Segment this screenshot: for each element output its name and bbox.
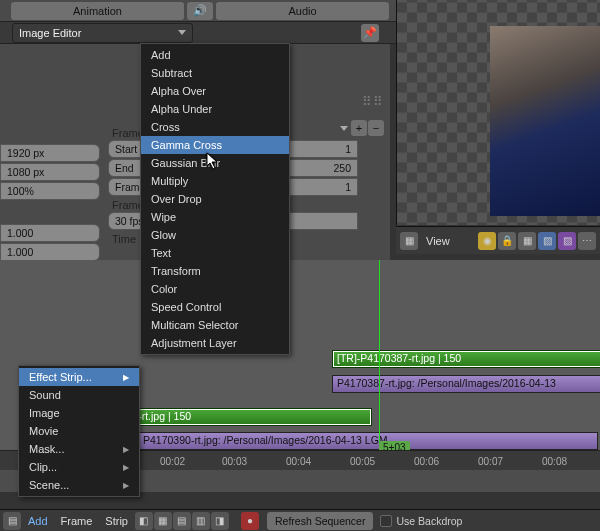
lock-icon[interactable]: 🔒 [498,232,516,250]
menu-item-effect-strip[interactable]: Effect Strip...▶ [19,368,139,386]
playhead[interactable] [379,260,380,448]
editor-type-selector[interactable]: Image Editor [12,23,193,43]
effect-color[interactable]: Color [141,280,289,298]
record-icon[interactable]: ● [241,512,259,530]
ruler-tick: 00:04 [286,456,311,467]
menu-item-sound[interactable]: Sound [19,386,139,404]
aspect-x-field[interactable]: 1.000 [0,224,100,242]
menu-frame[interactable]: Frame [55,515,99,527]
strip-image-2[interactable]: P4170390-rt.jpg: /Personal/Images/2016-0… [138,432,598,450]
effect-add[interactable]: Add [141,46,289,64]
view-menu[interactable]: View [420,235,456,247]
mode-icon-3[interactable]: ▤ [173,512,191,530]
effect-alpha-over[interactable]: Alpha Over [141,82,289,100]
effect-multiply[interactable]: Multiply [141,172,289,190]
effect-strip-menu: Add Subtract Alpha Over Alpha Under Cros… [140,43,290,355]
editor-type-label: Image Editor [19,27,81,39]
shading-icon[interactable]: ▨ [558,232,576,250]
effect-adjustment-layer[interactable]: Adjustment Layer [141,334,289,352]
panel-grip-icon[interactable]: ⠿⠿ [362,94,384,104]
effect-multicam-selector[interactable]: Multicam Selector [141,316,289,334]
resolution-y-field[interactable]: 1080 px [0,163,100,181]
use-backdrop-checkbox[interactable]: Use Backdrop [380,515,462,527]
effect-speed-control[interactable]: Speed Control [141,298,289,316]
preview-toolbar: ▦ View ◉ 🔒 ▦ ▧ ▨ ⋯ [396,226,600,254]
editor-selector-icon[interactable]: ▤ [3,512,21,530]
effect-alpha-under[interactable]: Alpha Under [141,100,289,118]
sequencer-header: ▤ Add Frame Strip ◧ ▦ ▤ ▥ ◨ ● Refresh Se… [0,509,600,531]
effect-glow[interactable]: Glow [141,226,289,244]
more-icon[interactable]: ⋯ [578,232,596,250]
strip-image-1[interactable]: P4170387-rt.jpg: /Personal/Images/2016-0… [332,375,600,393]
effect-text[interactable]: Text [141,244,289,262]
mode-icon-1[interactable]: ◧ [135,512,153,530]
menu-add[interactable]: Add [22,515,54,527]
menu-strip[interactable]: Strip [99,515,134,527]
refresh-sequencer-button[interactable]: Refresh Sequencer [267,512,373,530]
grid-icon[interactable]: ▦ [518,232,536,250]
menu-item-clip[interactable]: Clip...▶ [19,458,139,476]
checkbox-icon [380,515,392,527]
effect-wipe[interactable]: Wipe [141,208,289,226]
resolution-x-field[interactable]: 1920 px [0,144,100,162]
editor-type-icon[interactable]: ▦ [400,232,418,250]
ruler-tick: 00:02 [160,456,185,467]
chevron-down-icon [178,30,186,35]
preset-remove-button[interactable]: − [368,120,384,136]
mode-icon-4[interactable]: ▥ [192,512,210,530]
mode-icon-2[interactable]: ▦ [154,512,172,530]
ruler-tick: 00:08 [542,456,567,467]
render-icon[interactable]: ◉ [478,232,496,250]
mouse-cursor-icon [206,152,220,170]
ruler-tick: 00:06 [414,456,439,467]
mode-icon-5[interactable]: ◨ [211,512,229,530]
effect-cross[interactable]: Cross [141,118,289,136]
overlay-icon[interactable]: ▧ [538,232,556,250]
menu-item-image[interactable]: Image [19,404,139,422]
preview-viewport[interactable] [396,0,600,225]
menu-item-movie[interactable]: Movie [19,422,139,440]
ruler-tick: 00:07 [478,456,503,467]
resolution-column: 1920 px 1080 px 100% [0,144,100,201]
add-menu: Effect Strip...▶ Sound Image Movie Mask.… [18,365,140,497]
menu-item-mask[interactable]: Mask...▶ [19,440,139,458]
ruler-tick: 00:05 [350,456,375,467]
speaker-icon[interactable]: 🔊 [187,2,213,20]
tab-audio[interactable]: Audio [216,2,389,20]
aspect-y-field[interactable]: 1.000 [0,243,100,261]
effect-transform[interactable]: Transform [141,262,289,280]
use-backdrop-label: Use Backdrop [396,515,462,527]
menu-item-scene[interactable]: Scene...▶ [19,476,139,494]
resolution-scale-field[interactable]: 100% [0,182,100,200]
ruler-tick: 00:03 [222,456,247,467]
preview-image [490,26,600,216]
tab-animation[interactable]: Animation [11,2,184,20]
effect-over-drop[interactable]: Over Drop [141,190,289,208]
strip-transition-1[interactable]: [TR]-P4170387-rt.jpg | 150 [332,350,600,368]
aspect-column: 1.000 1.000 [0,224,100,262]
pin-icon[interactable]: 📌 [361,24,379,42]
effect-subtract[interactable]: Subtract [141,64,289,82]
